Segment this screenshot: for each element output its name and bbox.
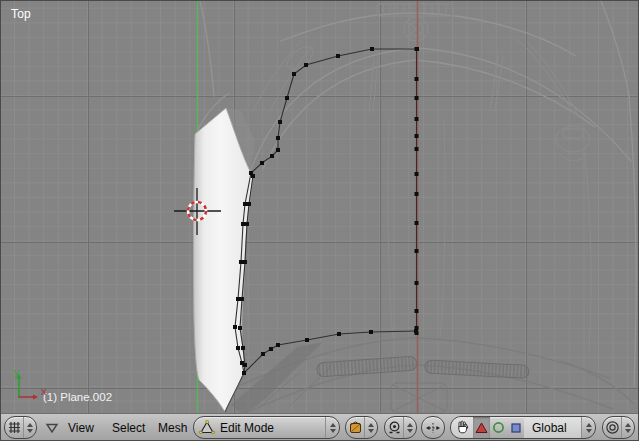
draw-type-dropdown[interactable]: [345, 416, 378, 439]
proportional-falloff-icon: [603, 417, 621, 438]
proportional-dropdown[interactable]: [602, 416, 635, 439]
manipulator-rotate-toggle[interactable]: [490, 417, 507, 438]
orientation-spinner[interactable]: [581, 417, 595, 438]
move-centers-icon: [425, 421, 441, 435]
view-name-label: Top: [11, 7, 31, 21]
scale-square-icon: [510, 422, 522, 434]
edit-mode-triangle-icon: [194, 417, 220, 438]
axis-x-label: x: [41, 385, 47, 397]
mode-spinner[interactable]: [325, 417, 339, 438]
hand-manipulator-icon: [455, 420, 470, 435]
active-object-label: (1) Plane.002: [43, 391, 112, 403]
move-centers-button[interactable]: [421, 416, 445, 439]
pivot-spinner[interactable]: [403, 417, 416, 438]
manipulator-hand-toggle[interactable]: [451, 417, 473, 438]
proportional-spinner[interactable]: [621, 417, 634, 438]
orientation-dropdown[interactable]: Global: [524, 417, 581, 438]
pivot-dropdown[interactable]: [384, 416, 417, 439]
manipulator-scale-toggle[interactable]: [507, 417, 524, 438]
viewport-type-spinner[interactable]: [23, 417, 36, 438]
viewport-header: View Select Mesh Edit Mode: [1, 413, 639, 441]
orientation-label: Global: [532, 421, 567, 435]
mode-label: Edit Mode: [220, 421, 325, 435]
blender-window: Top (1) Plane.002 y x View Select Mesh: [0, 0, 639, 441]
grid-icon: [5, 417, 23, 438]
draw-type-spinner[interactable]: [364, 417, 377, 438]
mode-dropdown[interactable]: Edit Mode: [193, 416, 340, 439]
manipulator-group: Global: [450, 416, 596, 439]
viewport-canvas: [1, 1, 639, 413]
viewport-type-dropdown[interactable]: [4, 416, 37, 439]
translate-cone-icon: [475, 422, 488, 434]
collapse-menus-icon[interactable]: [45, 423, 59, 434]
axis-y-label: y: [14, 366, 20, 378]
menu-mesh[interactable]: Mesh: [158, 421, 187, 435]
pivot-median-icon: [385, 417, 403, 438]
rotate-circle-icon: [492, 421, 505, 434]
manipulator-translate-toggle[interactable]: [473, 417, 490, 438]
solid-draw-type-icon: [346, 417, 364, 438]
menu-select[interactable]: Select: [112, 421, 145, 435]
menu-view[interactable]: View: [68, 421, 94, 435]
grid: [1, 1, 639, 413]
viewport-3d[interactable]: Top (1) Plane.002 y x: [1, 1, 639, 413]
